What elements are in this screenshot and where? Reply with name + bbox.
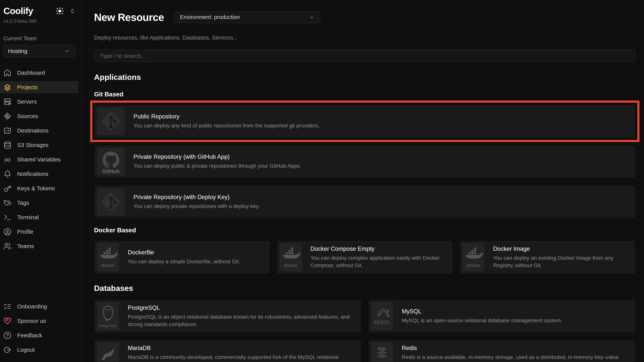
team-select-value: Hosting (8, 48, 28, 54)
map-icon (4, 127, 12, 135)
card-title: Private Repository (with GitHub App) (134, 154, 301, 160)
resource-card-public-repository[interactable]: Public Repository You can deploy any kin… (94, 104, 636, 138)
card-description: You can deploy any kind of public reposi… (134, 122, 320, 129)
team-label: Current Team (0, 35, 82, 42)
sidebar-item-s3-storages[interactable]: S3 Storages (0, 139, 78, 151)
docker-icon: docker (280, 243, 302, 271)
sidebar-item-logout[interactable]: Logout (0, 344, 78, 356)
card-title: PostgreSQL (128, 304, 358, 311)
server-icon (4, 98, 12, 106)
git-icon (97, 188, 125, 216)
card-title: Docker Compose Empty (310, 245, 450, 252)
chevron-down-icon (309, 14, 315, 20)
resource-card-docker-compose-empty[interactable]: docker Docker Compose Empty You can depl… (277, 240, 453, 274)
section-heading-applications: Applications (94, 73, 636, 82)
github-icon: GitHub (97, 148, 125, 175)
sidebar-item-sources[interactable]: Sources (0, 110, 78, 122)
app-logo: Coolify (4, 6, 33, 16)
database-icon (4, 141, 12, 149)
postgresql-icon: PostgreSQL (97, 302, 119, 330)
environment-select[interactable]: Environment: production (174, 11, 320, 23)
sidebar-item-label: S3 Storages (17, 142, 48, 148)
card-title: MariaDB (128, 345, 358, 352)
chevrons-up-down-icon[interactable] (69, 7, 76, 14)
sidebar-item-label: Profile (17, 228, 33, 235)
sidebar-item-onboarding[interactable]: Onboarding (0, 300, 78, 313)
sidebar-item-label: Teams (17, 243, 34, 249)
subsection-heading-docker-based: Docker Based (94, 226, 636, 234)
sidebar-item-keys-tokens[interactable]: Keys & Tokens (0, 182, 78, 194)
sidebar-item-label: Sponsor us (17, 318, 46, 324)
resource-card-dockerfile[interactable]: docker Dockerfile You can deploy a simpl… (94, 240, 270, 274)
card-description: You can deploy an existing Docker Image … (493, 254, 632, 269)
sidebar-item-label: Shared Variables (17, 156, 60, 163)
sidebar-item-label: Destinations (17, 127, 48, 134)
app-version: v4.0.0-beta.399 (0, 18, 82, 24)
bell-icon (4, 170, 12, 178)
sidebar-item-dashboard[interactable]: Dashboard (0, 67, 78, 79)
checklist-icon (4, 303, 12, 311)
git-diamond-icon (4, 112, 12, 120)
theme-toggle-sun-icon[interactable] (56, 7, 64, 15)
card-title: MySQL (402, 308, 562, 315)
sidebar-item-label: Sources (17, 113, 38, 119)
sidebar-footer-nav: Onboarding Sponsor us Feedback Logout (0, 300, 82, 358)
card-description: You can deploy a simple Dockerfile, with… (128, 258, 240, 265)
resource-card-postgresql[interactable]: PostgreSQL PostgreSQL PostgreSQL is an o… (94, 299, 362, 333)
sidebar-item-terminal[interactable]: Terminal (0, 211, 78, 223)
search-input[interactable] (94, 50, 636, 62)
sidebar-item-notifications[interactable]: Notifications (0, 168, 78, 180)
user-circle-icon (4, 228, 12, 236)
svg-text:(x): (x) (4, 157, 10, 162)
git-based-card-list: Public Repository You can deploy any kin… (94, 104, 636, 219)
sidebar-item-shared-variables[interactable]: (x) Shared Variables (0, 154, 78, 166)
card-description: MySQL is an open-source relational datab… (402, 317, 562, 324)
sidebar-item-feedback[interactable]: Feedback (0, 329, 78, 342)
users-icon (4, 242, 12, 250)
resource-card-docker-image[interactable]: docker Docker Image You can deploy an ex… (460, 240, 636, 274)
docker-based-card-list: docker Dockerfile You can deploy a simpl… (94, 240, 636, 274)
sidebar-item-sponsor-us[interactable]: Sponsor us (0, 315, 78, 327)
sidebar-item-label: Terminal (17, 214, 39, 220)
resource-card-mariadb[interactable]: MariaDB MariaDB MariaDB is a community-d… (94, 340, 362, 362)
sidebar-item-label: Tags (17, 200, 29, 206)
section-heading-databases: Databases (94, 284, 636, 293)
sidebar-item-profile[interactable]: Profile (0, 226, 78, 238)
resource-card-private-repository-deploy-key[interactable]: Private Repository (with Deploy Key) You… (94, 185, 636, 219)
card-description: You can deploy public & private reposito… (134, 162, 301, 170)
sidebar-item-projects[interactable]: Projects (0, 81, 78, 93)
svg-text:GitHub: GitHub (102, 169, 120, 174)
sidebar-item-tags[interactable]: Tags (0, 197, 78, 209)
highlighted-card-wrapper: Public Repository You can deploy any kin… (94, 104, 636, 138)
sidebar: Coolify v4.0.0-beta.399 Current Team Hos… (0, 0, 82, 362)
heart-handshake-icon (4, 317, 12, 325)
sidebar-item-destinations[interactable]: Destinations (0, 125, 78, 137)
sidebar-item-label: Notifications (17, 171, 48, 177)
resource-card-mysql[interactable]: MySQL MySQL MySQL is an open-source rela… (368, 299, 636, 333)
card-description: You can deploy complex application easil… (310, 254, 450, 269)
card-description: Redis is a source-available, in-memory s… (402, 354, 632, 362)
card-title: Public Repository (134, 113, 320, 120)
sidebar-item-label: Keys & Tokens (17, 185, 55, 192)
card-title: Private Repository (with Deploy Key) (134, 194, 260, 200)
resource-card-private-repository-github-app[interactable]: GitHub Private Repository (with GitHub A… (94, 145, 636, 179)
git-icon (97, 107, 125, 135)
mariadb-icon: MariaDB (97, 343, 119, 362)
team-select[interactable]: Hosting (3, 45, 75, 57)
sidebar-item-label: Feedback (17, 332, 42, 339)
main-content: New Resource Environment: production Dep… (82, 0, 644, 362)
sidebar-item-label: Onboarding (17, 303, 47, 310)
tags-icon (4, 199, 12, 207)
card-title: Docker Image (493, 245, 632, 252)
svg-text:PostgreSQL: PostgreSQL (99, 324, 117, 327)
docker-icon: docker (97, 243, 119, 271)
resource-card-redis[interactable]: redis Redis Redis is a source-available,… (368, 340, 636, 362)
sidebar-item-teams[interactable]: Teams (0, 240, 78, 252)
page-subtitle: Deploy resources, like Applications, Dat… (94, 34, 636, 41)
docker-icon: docker (462, 243, 484, 271)
sidebar-item-label: Servers (17, 98, 37, 105)
logout-icon (4, 346, 12, 354)
sidebar-item-servers[interactable]: Servers (0, 96, 78, 108)
svg-text:MySQL: MySQL (374, 319, 390, 325)
sidebar-nav: Dashboard Projects Servers Sources Desti… (0, 67, 82, 255)
